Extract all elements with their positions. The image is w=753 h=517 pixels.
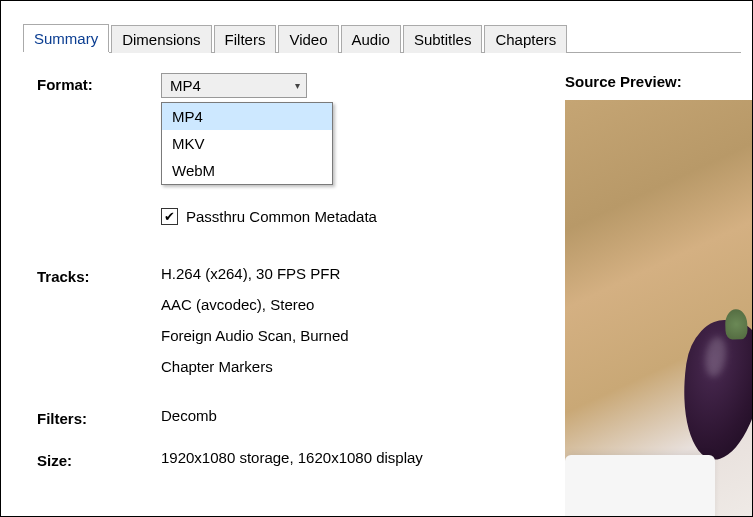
track-line: AAC (avcodec), Stereo	[161, 296, 537, 313]
track-line: Chapter Markers	[161, 358, 537, 375]
tab-bar: Summary Dimensions Filters Video Audio S…	[23, 23, 741, 53]
tab-chapters[interactable]: Chapters	[484, 25, 567, 53]
size-value: 1920x1080 storage, 1620x1080 display	[161, 449, 537, 466]
track-line: Foreign Audio Scan, Burned	[161, 327, 537, 344]
tab-subtitles[interactable]: Subtitles	[403, 25, 483, 53]
tracks-label: Tracks:	[37, 265, 161, 285]
tab-dimensions[interactable]: Dimensions	[111, 25, 211, 53]
chevron-down-icon: ▾	[295, 80, 300, 91]
tab-video[interactable]: Video	[278, 25, 338, 53]
size-label: Size:	[37, 449, 161, 469]
source-preview-label: Source Preview:	[565, 73, 753, 90]
tracks-list: H.264 (x264), 30 FPS PFR AAC (avcodec), …	[161, 265, 537, 389]
format-label: Format:	[37, 73, 161, 93]
tab-summary[interactable]: Summary	[23, 24, 109, 53]
passthru-label: Passthru Common Metadata	[186, 208, 377, 225]
format-option-mkv[interactable]: MKV	[162, 130, 332, 157]
filters-label: Filters:	[37, 407, 161, 427]
format-select[interactable]: MP4 ▾	[161, 73, 307, 98]
preview-eggplant	[674, 315, 753, 464]
tab-filters[interactable]: Filters	[214, 25, 277, 53]
format-option-webm[interactable]: WebM	[162, 157, 332, 184]
tab-audio[interactable]: Audio	[341, 25, 401, 53]
filters-value: Decomb	[161, 407, 537, 424]
preview-cutboard	[565, 455, 715, 517]
format-dropdown: MP4 MKV WebM	[161, 102, 333, 185]
track-line: H.264 (x264), 30 FPS PFR	[161, 265, 537, 282]
format-option-mp4[interactable]: MP4	[162, 103, 332, 130]
passthru-checkbox[interactable]: ✔	[161, 208, 178, 225]
format-select-value: MP4	[170, 77, 201, 94]
source-preview-image	[565, 100, 753, 517]
